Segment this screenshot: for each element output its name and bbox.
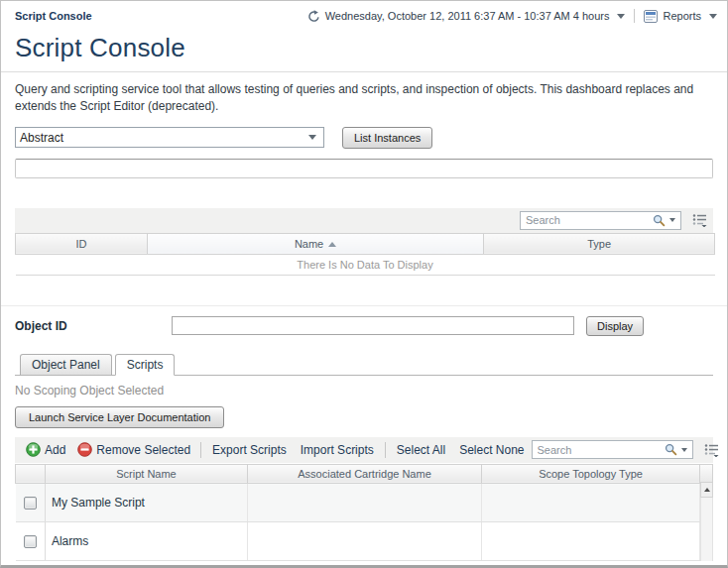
chevron-down-icon <box>709 14 717 19</box>
column-header-cartridge-name[interactable]: Associated Cartridge Name <box>248 464 482 483</box>
column-header-type[interactable]: Type <box>484 233 715 254</box>
chevron-down-icon[interactable] <box>669 218 675 222</box>
toolbar-divider <box>385 442 386 458</box>
topbar-right: Wednesday, October 12, 2011 6:37 AM - 10… <box>307 9 717 23</box>
table-customizer-icon[interactable] <box>692 213 708 227</box>
scripts-search-input[interactable] <box>538 444 665 456</box>
scripts-table: Script Name Associated Cartridge Name Sc… <box>15 464 700 561</box>
type-dropdown-value: Abstract <box>20 131 63 145</box>
reports-icon <box>644 10 658 23</box>
scrollbar-header-stub <box>700 464 713 483</box>
instances-search[interactable] <box>520 211 681 230</box>
select-none-button[interactable]: Select None <box>452 443 531 457</box>
add-icon <box>26 442 41 457</box>
remove-icon <box>77 442 92 457</box>
vertical-scrollbar[interactable] <box>700 464 713 561</box>
export-scripts-button[interactable]: Export Scripts <box>205 443 294 457</box>
column-header-name[interactable]: Name <box>147 233 484 254</box>
column-header-checkbox <box>16 464 46 483</box>
column-header-script-name[interactable]: Script Name <box>45 464 247 483</box>
magnifier-icon[interactable] <box>665 443 677 456</box>
divider <box>634 9 635 23</box>
display-button[interactable]: Display <box>586 316 644 336</box>
instances-table: ID Name Type There Is No Data To Display <box>15 233 715 276</box>
scripts-search[interactable] <box>532 440 693 459</box>
topology-type-cell <box>482 521 700 560</box>
scripts-toolbar-right <box>532 440 720 459</box>
query-row: Abstract List Instances <box>15 127 713 149</box>
remove-selected-label: Remove Selected <box>96 443 190 457</box>
scripts-table-wrap: Script Name Associated Cartridge Name Sc… <box>15 464 713 561</box>
page-title: Script Console <box>15 33 727 63</box>
table-row[interactable]: My Sample Script <box>16 483 700 521</box>
time-range-label: Wednesday, October 12, 2011 6:37 AM - 10… <box>325 10 610 22</box>
magnifier-icon[interactable] <box>653 214 666 227</box>
sort-ascending-icon <box>328 242 336 247</box>
triangle-up-icon <box>704 488 710 492</box>
add-button[interactable]: Add <box>20 442 71 457</box>
row-checkbox[interactable] <box>24 535 37 548</box>
scrollbar-track[interactable] <box>700 498 713 561</box>
chevron-down-icon <box>617 14 625 19</box>
scoping-status: No Scoping Object Selected <box>15 384 713 398</box>
row-checkbox[interactable] <box>24 497 37 510</box>
time-range-selector[interactable]: Wednesday, October 12, 2011 6:37 AM - 10… <box>307 10 626 23</box>
object-id-input[interactable] <box>172 316 574 335</box>
page-description: Query and scripting service tool that al… <box>15 81 713 115</box>
breadcrumb: Script Console <box>15 10 92 22</box>
cartridge-name-cell <box>248 483 482 521</box>
cartridge-name-cell <box>248 521 482 560</box>
scripts-toolbar-actions: Add Remove Selected Export Scripts Impor… <box>20 442 532 458</box>
no-data-message: There Is No Data To Display <box>16 254 715 275</box>
table-row[interactable]: Alarms <box>16 521 700 560</box>
object-id-label: Object ID <box>15 319 172 333</box>
scroll-up-button[interactable] <box>700 483 713 498</box>
instances-table-header: ID Name Type <box>16 233 715 254</box>
script-name-cell[interactable]: My Sample Script <box>45 483 247 521</box>
list-instances-button[interactable]: List Instances <box>342 127 432 149</box>
instances-toolbar <box>15 208 713 233</box>
scripts-table-header: Script Name Associated Cartridge Name Sc… <box>16 464 700 483</box>
select-all-button[interactable]: Select All <box>390 443 452 457</box>
type-dropdown[interactable]: Abstract <box>15 127 324 148</box>
query-result-box <box>15 159 713 178</box>
script-name-cell[interactable]: Alarms <box>45 521 247 560</box>
title-divider <box>1 71 727 72</box>
tab-scripts[interactable]: Scripts <box>115 354 176 376</box>
column-header-topology-type[interactable]: Scope Topology Type <box>482 464 700 483</box>
table-customizer-icon[interactable] <box>704 443 720 457</box>
launch-documentation-button[interactable]: Launch Service Layer Documentation <box>15 406 224 428</box>
chevron-down-icon <box>308 135 316 140</box>
scripts-toolbar: Add Remove Selected Export Scripts Impor… <box>15 437 713 463</box>
instances-panel: ID Name Type There Is No Data To Display <box>1 208 727 276</box>
empty-row: There Is No Data To Display <box>16 254 715 275</box>
reports-menu[interactable]: Reports <box>644 10 717 23</box>
tab-object-panel[interactable]: Object Panel <box>20 354 112 376</box>
column-header-id[interactable]: ID <box>16 233 148 254</box>
add-label: Add <box>45 443 65 457</box>
object-id-section: Object ID Display <box>1 305 727 336</box>
instances-search-input[interactable] <box>526 214 653 226</box>
reports-label: Reports <box>663 10 701 22</box>
top-bar: Script Console Wednesday, October 12, 20… <box>1 1 727 31</box>
time-range-icon <box>307 10 320 23</box>
import-scripts-button[interactable]: Import Scripts <box>294 443 381 457</box>
topology-type-cell <box>482 483 700 521</box>
toolbar-divider <box>200 442 201 458</box>
remove-selected-button[interactable]: Remove Selected <box>71 442 196 457</box>
chevron-down-icon[interactable] <box>681 448 687 452</box>
script-console-page: Script Console Wednesday, October 12, 20… <box>0 0 728 568</box>
tab-strip: Object Panel Scripts <box>15 353 713 376</box>
